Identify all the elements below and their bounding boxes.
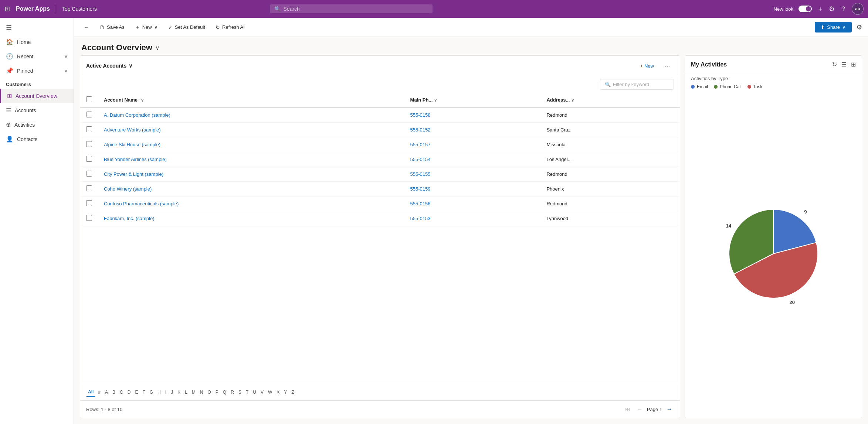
sidebar-item-account-overview[interactable]: ⊞ Account Overview [0,89,74,103]
alpha-nav-item[interactable]: Z [289,388,296,396]
alpha-nav-item[interactable]: D [126,388,133,396]
expand-icon[interactable]: ⊞ [851,61,856,68]
account-name-cell[interactable]: Coho Winery (sample) [98,182,404,196]
row-checkbox[interactable] [86,200,92,206]
row-checkbox[interactable] [86,185,92,191]
avatar[interactable]: au [852,3,864,15]
row-checkbox-cell[interactable] [80,167,98,182]
alpha-nav-item[interactable]: E [133,388,140,396]
alpha-nav-item[interactable]: Y [282,388,289,396]
phone-cell[interactable]: 555-0158 [404,107,541,123]
account-name-cell[interactable]: Contoso Pharmaceuticals (sample) [98,196,404,211]
row-checkbox-cell[interactable] [80,182,98,196]
sidebar-item-home[interactable]: 🏠 Home [0,35,74,49]
sidebar-item-pinned[interactable]: 📌 Pinned ∨ [0,64,74,78]
alpha-nav-item[interactable]: A [103,388,110,396]
alpha-nav-item[interactable]: U [251,388,258,396]
alpha-nav-item[interactable]: X [275,388,281,396]
sidebar-item-recent[interactable]: 🕐 Recent ∨ [0,49,74,64]
sidebar-item-contacts[interactable]: 👤 Contacts [0,132,74,146]
sidebar-item-accounts[interactable]: ☰ Accounts [0,103,74,117]
alpha-nav-item[interactable]: B [111,388,117,396]
account-name-cell[interactable]: Blue Yonder Airlines (sample) [98,152,404,167]
waffle-icon[interactable]: ⊞ [4,5,10,13]
sidebar-item-activities[interactable]: ⊕ Activities [0,117,74,132]
col-header-account-name[interactable]: Account Name ↑∨ [98,93,404,107]
alpha-nav-item[interactable]: # [96,388,102,396]
phone-cell[interactable]: 555-0159 [404,182,541,196]
list-view-icon[interactable]: ☰ [841,61,847,68]
alpha-nav-item[interactable]: S [237,388,243,396]
settings-icon[interactable]: ⚙ [856,23,862,31]
select-all-checkbox[interactable] [86,96,92,102]
accounts-view-selector[interactable]: Active Accounts ∨ [86,63,132,69]
save-as-button[interactable]: 🗋 Save As [95,22,129,33]
alpha-nav-item[interactable]: G [148,388,155,396]
first-page-button[interactable]: ⏮ [623,404,632,414]
accounts-new-button[interactable]: + New [636,61,658,71]
page-title-chevron[interactable]: ∨ [155,44,160,51]
account-name-cell[interactable]: Alpine Ski House (sample) [98,137,404,152]
account-name-cell[interactable]: Adventure Works (sample) [98,123,404,137]
refresh-button[interactable]: ↻ Refresh All [211,22,250,33]
row-checkbox[interactable] [86,141,92,147]
alpha-nav-item[interactable]: N [198,388,205,396]
alpha-nav-item[interactable]: R [229,388,236,396]
account-name-cell[interactable]: Fabrikam, Inc. (sample) [98,211,404,226]
row-checkbox-cell[interactable] [80,196,98,211]
search-input[interactable] [284,6,428,12]
filter-input-container[interactable]: 🔍 Filter by keyword [600,79,674,90]
alpha-nav-item[interactable]: C [118,388,125,396]
new-look-toggle[interactable] [799,6,812,12]
select-all-header[interactable] [80,93,98,107]
alpha-nav-item[interactable]: K [176,388,182,396]
hamburger-icon[interactable]: ☰ [0,21,74,35]
row-checkbox[interactable] [86,126,92,132]
new-button[interactable]: ＋ New ∨ [130,22,162,33]
plus-icon[interactable]: ＋ [817,4,824,13]
next-page-button[interactable]: → [665,404,674,414]
phone-cell[interactable]: 555-0156 [404,196,541,211]
alpha-nav-item[interactable]: L [183,388,189,396]
phone-cell[interactable]: 555-0154 [404,152,541,167]
alpha-nav-item[interactable]: P [214,388,220,396]
alpha-nav-item[interactable]: J [169,388,175,396]
alpha-nav-item[interactable]: O [206,388,213,396]
more-options-button[interactable]: ⋯ [661,60,674,71]
account-name-cell[interactable]: City Power & Light (sample) [98,167,404,182]
help-icon[interactable]: ？ [840,4,847,13]
alpha-nav-item[interactable]: T [244,388,250,396]
back-button[interactable]: ← [80,22,94,32]
row-checkbox[interactable] [86,171,92,177]
row-checkbox-cell[interactable] [80,107,98,123]
row-checkbox[interactable] [86,112,92,117]
alpha-nav-item[interactable]: All [86,388,95,397]
phone-cell[interactable]: 555-0155 [404,167,541,182]
share-button[interactable]: ⬆ Share ∨ [815,22,852,33]
row-checkbox-cell[interactable] [80,211,98,226]
refresh-activities-icon[interactable]: ↻ [832,61,837,68]
alpha-nav-item[interactable]: W [266,388,274,396]
settings-icon[interactable]: ⚙ [829,5,835,13]
phone-cell[interactable]: 555-0152 [404,123,541,137]
row-checkbox-cell[interactable] [80,137,98,152]
alpha-nav-item[interactable]: F [140,388,147,396]
set-default-button[interactable]: ✓ Set As Default [164,22,210,33]
col-header-address[interactable]: Address... ∨ [540,93,680,107]
alpha-nav-item[interactable]: H [156,388,163,396]
alpha-nav-item[interactable]: M [190,388,197,396]
row-checkbox-cell[interactable] [80,152,98,167]
row-checkbox-cell[interactable] [80,123,98,137]
prev-page-button[interactable]: ← [635,404,644,414]
alpha-nav-item[interactable]: Q [221,388,228,396]
row-checkbox[interactable] [86,156,92,162]
search-icon: 🔍 [274,6,281,12]
alpha-nav-item[interactable]: V [259,388,265,396]
account-name-cell[interactable]: A. Datum Corporation (sample) [98,107,404,123]
phone-cell[interactable]: 555-0157 [404,137,541,152]
phone-cell[interactable]: 555-0153 [404,211,541,226]
alpha-nav-item[interactable]: I [163,388,168,396]
col-header-main-phone[interactable]: Main Ph... ∨ [404,93,541,107]
row-checkbox[interactable] [86,215,92,221]
search-bar[interactable]: 🔍 [270,4,433,13]
